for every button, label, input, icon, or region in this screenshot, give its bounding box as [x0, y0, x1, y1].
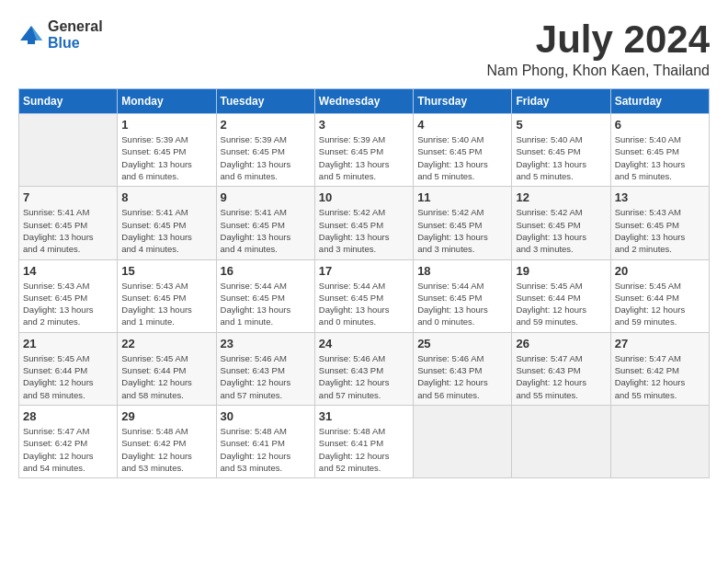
calendar-cell: 6Sunrise: 5:40 AM Sunset: 6:45 PM Daylig…	[610, 114, 709, 187]
header-cell-saturday: Saturday	[610, 89, 709, 114]
calendar-cell: 25Sunrise: 5:46 AM Sunset: 6:43 PM Dayli…	[414, 332, 512, 405]
calendar-cell: 7Sunrise: 5:41 AM Sunset: 6:45 PM Daylig…	[19, 187, 118, 259]
calendar-cell: 26Sunrise: 5:47 AM Sunset: 6:43 PM Dayli…	[512, 332, 610, 405]
day-number: 21	[23, 337, 113, 350]
header-cell-monday: Monday	[118, 89, 216, 114]
day-info: Sunrise: 5:48 AM Sunset: 6:42 PM Dayligh…	[121, 425, 211, 474]
day-info: Sunrise: 5:40 AM Sunset: 6:45 PM Dayligh…	[516, 133, 606, 182]
day-info: Sunrise: 5:46 AM Sunset: 6:43 PM Dayligh…	[417, 352, 507, 401]
day-number: 1	[121, 118, 211, 132]
calendar-cell: 19Sunrise: 5:45 AM Sunset: 6:44 PM Dayli…	[512, 259, 610, 332]
day-number: 29	[121, 409, 211, 423]
logo: General Blue	[18, 18, 103, 51]
calendar-cell: 11Sunrise: 5:42 AM Sunset: 6:45 PM Dayli…	[414, 187, 512, 259]
calendar-cell: 29Sunrise: 5:48 AM Sunset: 6:42 PM Dayli…	[118, 405, 216, 477]
day-number: 31	[319, 409, 409, 423]
day-number: 14	[23, 264, 113, 278]
logo-blue: Blue	[48, 35, 103, 52]
calendar-cell: 27Sunrise: 5:47 AM Sunset: 6:42 PM Dayli…	[610, 332, 709, 405]
calendar-cell: 1Sunrise: 5:39 AM Sunset: 6:45 PM Daylig…	[118, 114, 216, 187]
calendar-cell: 31Sunrise: 5:48 AM Sunset: 6:41 PM Dayli…	[314, 405, 413, 477]
day-info: Sunrise: 5:48 AM Sunset: 6:41 PM Dayligh…	[319, 425, 409, 474]
location-title: Nam Phong, Khon Kaen, Thailand	[486, 63, 710, 79]
day-number: 4	[417, 118, 507, 132]
calendar-cell: 12Sunrise: 5:42 AM Sunset: 6:45 PM Dayli…	[512, 187, 610, 259]
day-info: Sunrise: 5:42 AM Sunset: 6:45 PM Dayligh…	[319, 206, 409, 255]
calendar-body: 1Sunrise: 5:39 AM Sunset: 6:45 PM Daylig…	[19, 114, 710, 478]
day-number: 30	[221, 409, 311, 423]
day-info: Sunrise: 5:45 AM Sunset: 6:44 PM Dayligh…	[23, 352, 113, 401]
day-number: 8	[121, 190, 211, 204]
header-cell-thursday: Thursday	[414, 89, 512, 114]
day-number: 5	[516, 118, 606, 132]
title-area: July 2024 Nam Phong, Khon Kaen, Thailand	[486, 18, 710, 79]
calendar-cell: 8Sunrise: 5:41 AM Sunset: 6:45 PM Daylig…	[118, 187, 216, 259]
calendar-cell: 24Sunrise: 5:46 AM Sunset: 6:43 PM Dayli…	[314, 332, 413, 405]
day-number: 17	[319, 264, 409, 278]
day-number: 7	[23, 190, 113, 204]
day-info: Sunrise: 5:40 AM Sunset: 6:45 PM Dayligh…	[417, 133, 507, 182]
day-number: 2	[221, 118, 311, 132]
day-number: 3	[319, 118, 409, 132]
week-row-3: 14Sunrise: 5:43 AM Sunset: 6:45 PM Dayli…	[19, 259, 710, 332]
calendar-cell	[19, 114, 118, 187]
day-info: Sunrise: 5:43 AM Sunset: 6:45 PM Dayligh…	[121, 280, 211, 328]
day-info: Sunrise: 5:45 AM Sunset: 6:44 PM Dayligh…	[516, 280, 606, 328]
day-number: 11	[417, 190, 507, 204]
calendar-cell: 2Sunrise: 5:39 AM Sunset: 6:45 PM Daylig…	[216, 114, 314, 187]
day-info: Sunrise: 5:39 AM Sunset: 6:45 PM Dayligh…	[121, 133, 211, 182]
day-number: 6	[615, 118, 705, 132]
calendar-cell: 17Sunrise: 5:44 AM Sunset: 6:45 PM Dayli…	[314, 259, 413, 332]
day-number: 24	[319, 337, 409, 350]
calendar-cell: 10Sunrise: 5:42 AM Sunset: 6:45 PM Dayli…	[314, 187, 413, 259]
header-cell-friday: Friday	[512, 89, 610, 114]
day-number: 28	[23, 409, 113, 423]
header-cell-wednesday: Wednesday	[314, 89, 413, 114]
header-cell-tuesday: Tuesday	[216, 89, 314, 114]
day-info: Sunrise: 5:47 AM Sunset: 6:43 PM Dayligh…	[516, 352, 606, 401]
week-row-4: 21Sunrise: 5:45 AM Sunset: 6:44 PM Dayli…	[19, 332, 710, 405]
day-info: Sunrise: 5:47 AM Sunset: 6:42 PM Dayligh…	[615, 352, 705, 401]
day-number: 22	[121, 337, 211, 350]
month-title: July 2024	[486, 18, 710, 61]
day-info: Sunrise: 5:46 AM Sunset: 6:43 PM Dayligh…	[319, 352, 409, 401]
day-info: Sunrise: 5:42 AM Sunset: 6:45 PM Dayligh…	[417, 206, 507, 255]
day-info: Sunrise: 5:41 AM Sunset: 6:45 PM Dayligh…	[221, 206, 311, 255]
day-number: 25	[417, 337, 507, 350]
day-info: Sunrise: 5:41 AM Sunset: 6:45 PM Dayligh…	[121, 206, 211, 255]
day-info: Sunrise: 5:43 AM Sunset: 6:45 PM Dayligh…	[23, 280, 113, 328]
logo-icon	[18, 24, 44, 46]
day-number: 19	[516, 264, 606, 278]
day-info: Sunrise: 5:44 AM Sunset: 6:45 PM Dayligh…	[319, 280, 409, 328]
calendar-cell: 3Sunrise: 5:39 AM Sunset: 6:45 PM Daylig…	[314, 114, 413, 187]
day-number: 15	[121, 264, 211, 278]
day-info: Sunrise: 5:48 AM Sunset: 6:41 PM Dayligh…	[221, 425, 311, 474]
header: General Blue July 2024 Nam Phong, Khon K…	[18, 18, 710, 79]
calendar-cell: 20Sunrise: 5:45 AM Sunset: 6:44 PM Dayli…	[610, 259, 709, 332]
calendar-cell: 28Sunrise: 5:47 AM Sunset: 6:42 PM Dayli…	[19, 405, 118, 477]
calendar-cell: 13Sunrise: 5:43 AM Sunset: 6:45 PM Dayli…	[610, 187, 709, 259]
day-info: Sunrise: 5:40 AM Sunset: 6:45 PM Dayligh…	[615, 133, 705, 182]
calendar-cell: 5Sunrise: 5:40 AM Sunset: 6:45 PM Daylig…	[512, 114, 610, 187]
week-row-2: 7Sunrise: 5:41 AM Sunset: 6:45 PM Daylig…	[19, 187, 710, 259]
calendar-cell	[512, 405, 610, 477]
calendar-cell: 21Sunrise: 5:45 AM Sunset: 6:44 PM Dayli…	[19, 332, 118, 405]
calendar-cell: 16Sunrise: 5:44 AM Sunset: 6:45 PM Dayli…	[216, 259, 314, 332]
day-info: Sunrise: 5:41 AM Sunset: 6:45 PM Dayligh…	[23, 206, 113, 255]
day-info: Sunrise: 5:42 AM Sunset: 6:45 PM Dayligh…	[516, 206, 606, 255]
day-info: Sunrise: 5:39 AM Sunset: 6:45 PM Dayligh…	[221, 133, 311, 182]
day-number: 23	[221, 337, 311, 350]
day-number: 20	[615, 264, 705, 278]
calendar-cell: 9Sunrise: 5:41 AM Sunset: 6:45 PM Daylig…	[216, 187, 314, 259]
day-number: 9	[221, 190, 311, 204]
day-info: Sunrise: 5:45 AM Sunset: 6:44 PM Dayligh…	[615, 280, 705, 328]
calendar-cell: 23Sunrise: 5:46 AM Sunset: 6:43 PM Dayli…	[216, 332, 314, 405]
day-info: Sunrise: 5:43 AM Sunset: 6:45 PM Dayligh…	[615, 206, 705, 255]
calendar-cell: 22Sunrise: 5:45 AM Sunset: 6:44 PM Dayli…	[118, 332, 216, 405]
calendar-cell: 14Sunrise: 5:43 AM Sunset: 6:45 PM Dayli…	[19, 259, 118, 332]
day-info: Sunrise: 5:39 AM Sunset: 6:45 PM Dayligh…	[319, 133, 409, 182]
header-row: SundayMondayTuesdayWednesdayThursdayFrid…	[19, 89, 710, 114]
day-number: 12	[516, 190, 606, 204]
calendar-cell	[610, 405, 709, 477]
day-info: Sunrise: 5:47 AM Sunset: 6:42 PM Dayligh…	[23, 425, 113, 474]
